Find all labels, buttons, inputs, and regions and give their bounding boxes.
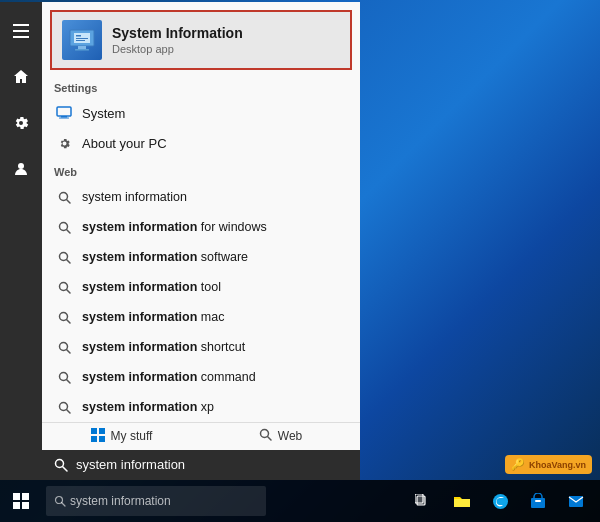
svg-line-25	[66, 349, 70, 353]
svg-rect-12	[61, 116, 67, 118]
my-stuff-label: My stuff	[111, 429, 153, 443]
search-icon-3	[54, 247, 74, 267]
svg-line-17	[66, 229, 70, 233]
web-result-text-3: system information software	[82, 250, 248, 264]
settings-system-label: System	[82, 106, 125, 121]
bottom-tabs: My stuff Web	[42, 422, 360, 450]
svg-line-35	[267, 437, 271, 441]
top-result[interactable]: System Information Desktop app	[50, 10, 352, 70]
start-menu: System Information Desktop app Settings …	[0, 2, 360, 480]
svg-rect-47	[531, 498, 545, 508]
svg-rect-10	[76, 40, 85, 41]
svg-line-27	[66, 379, 70, 383]
web-result-text-1: system information	[82, 190, 187, 204]
web-result-3[interactable]: system information software	[42, 242, 360, 272]
svg-rect-8	[76, 35, 81, 37]
sidebar-user[interactable]	[0, 148, 42, 190]
svg-rect-40	[13, 502, 20, 509]
svg-rect-9	[76, 38, 88, 39]
search-icon-8	[54, 397, 74, 417]
svg-line-15	[66, 199, 70, 203]
taskbar-search-box[interactable]: system information	[46, 486, 266, 516]
search-icon-5	[54, 307, 74, 327]
svg-rect-32	[91, 436, 97, 442]
web-result-4[interactable]: system information tool	[42, 272, 360, 302]
svg-rect-39	[22, 493, 29, 500]
store-icon	[530, 493, 546, 509]
taskbar-edge[interactable]	[484, 485, 516, 517]
svg-rect-6	[78, 46, 86, 49]
search-icon-6	[54, 337, 74, 357]
windows-start-icon	[13, 493, 29, 509]
search-icon-7	[54, 367, 74, 387]
web-result-7[interactable]: system information command	[42, 362, 360, 392]
taskbar-search-text: system information	[70, 494, 171, 508]
svg-line-37	[63, 466, 68, 471]
svg-rect-48	[535, 500, 541, 502]
sidebar-settings[interactable]	[0, 102, 42, 144]
svg-rect-33	[99, 436, 105, 442]
svg-rect-13	[59, 118, 69, 119]
settings-about-pc-label: About your PC	[82, 136, 167, 151]
svg-line-43	[62, 503, 66, 507]
web-result-5[interactable]: system information mac	[42, 302, 360, 332]
web-section-header: Web	[42, 158, 360, 182]
svg-rect-31	[99, 428, 105, 434]
web-tab-label: Web	[278, 429, 302, 443]
svg-rect-0	[13, 24, 29, 26]
svg-line-21	[66, 289, 70, 293]
web-result-6[interactable]: system information shortcut	[42, 332, 360, 362]
folder-icon	[453, 493, 471, 509]
svg-rect-2	[13, 36, 29, 38]
web-result-1[interactable]: system information	[42, 182, 360, 212]
sidebar-home[interactable]	[0, 56, 42, 98]
edge-icon	[492, 493, 509, 510]
svg-rect-38	[13, 493, 20, 500]
web-result-text-5: system information mac	[82, 310, 224, 324]
web-result-8[interactable]: system information xp	[42, 392, 360, 422]
top-result-icon	[62, 20, 102, 60]
taskbar-task-view[interactable]	[408, 485, 440, 517]
search-bar-icon	[54, 458, 68, 472]
windows-icon	[91, 428, 105, 445]
svg-line-19	[66, 259, 70, 263]
top-result-type: Desktop app	[112, 43, 243, 55]
svg-rect-45	[417, 496, 425, 505]
svg-point-46	[493, 494, 508, 509]
search-icon-1	[54, 187, 74, 207]
search-panel: System Information Desktop app Settings …	[42, 2, 360, 480]
settings-section-header: Settings	[42, 74, 360, 98]
taskbar-search-icon	[54, 495, 66, 507]
taskbar-icons	[408, 485, 600, 517]
mail-icon	[568, 495, 584, 508]
top-result-info: System Information Desktop app	[112, 25, 243, 55]
svg-rect-7	[75, 49, 89, 51]
search-icon-2	[54, 217, 74, 237]
start-button[interactable]	[0, 480, 42, 522]
svg-point-3	[18, 163, 24, 169]
search-bar: system information	[42, 450, 360, 480]
svg-rect-41	[22, 502, 29, 509]
taskbar-mail[interactable]	[560, 485, 592, 517]
task-view-icon	[415, 494, 433, 508]
search-icon-4	[54, 277, 74, 297]
svg-rect-11	[57, 107, 71, 116]
svg-line-23	[66, 319, 70, 323]
web-search-icon	[259, 428, 272, 444]
sidebar-hamburger[interactable]	[0, 10, 42, 52]
desktop: System Information Desktop app Settings …	[0, 0, 600, 522]
my-stuff-tab[interactable]: My stuff	[42, 423, 201, 450]
settings-system[interactable]: System	[42, 98, 360, 128]
monitor-icon	[54, 103, 74, 123]
web-result-text-6: system information shortcut	[82, 340, 245, 354]
web-result-text-8: system information xp	[82, 400, 214, 414]
taskbar-file-explorer[interactable]	[446, 485, 478, 517]
taskbar-store[interactable]	[522, 485, 554, 517]
web-tab[interactable]: Web	[201, 423, 360, 450]
settings-about-pc[interactable]: About your PC	[42, 128, 360, 158]
gear-settings-icon	[54, 133, 74, 153]
svg-rect-30	[91, 428, 97, 434]
web-result-text-4: system information tool	[82, 280, 221, 294]
search-bar-text[interactable]: system information	[76, 457, 348, 472]
web-result-2[interactable]: system information for windows	[42, 212, 360, 242]
